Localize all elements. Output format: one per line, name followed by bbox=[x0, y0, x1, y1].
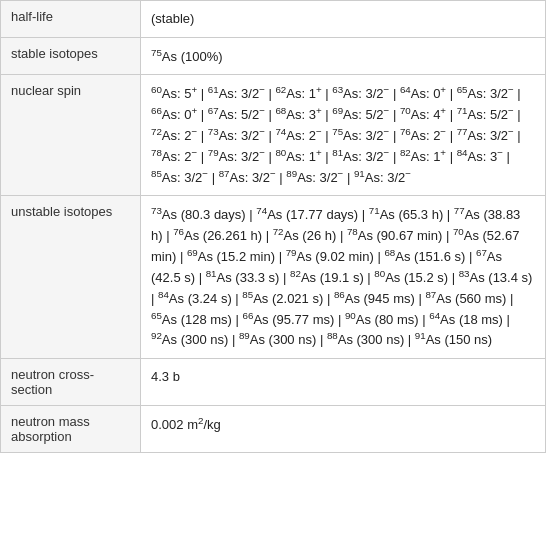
row-label: stable isotopes bbox=[1, 37, 141, 75]
properties-table: half-life(stable)stable isotopes75As (10… bbox=[0, 0, 546, 453]
row-value: 4.3 b bbox=[141, 359, 546, 406]
row-label: half-life bbox=[1, 1, 141, 38]
row-label: nuclear spin bbox=[1, 75, 141, 196]
row-label: unstable isotopes bbox=[1, 196, 141, 359]
row-value: 73As (80.3 days) | 74As (17.77 days) | 7… bbox=[141, 196, 546, 359]
table-row: stable isotopes75As (100%) bbox=[1, 37, 546, 75]
row-label: neutron cross-section bbox=[1, 359, 141, 406]
row-value: (stable) bbox=[141, 1, 546, 38]
row-value: 0.002 m2/kg bbox=[141, 406, 546, 453]
table-row: neutron mass absorption0.002 m2/kg bbox=[1, 406, 546, 453]
table-row: unstable isotopes73As (80.3 days) | 74As… bbox=[1, 196, 546, 359]
table-row: neutron cross-section4.3 b bbox=[1, 359, 546, 406]
table-row: nuclear spin60As: 5+ | 61As: 3/2− | 62As… bbox=[1, 75, 546, 196]
row-value: 60As: 5+ | 61As: 3/2− | 62As: 1+ | 63As:… bbox=[141, 75, 546, 196]
table-row: half-life(stable) bbox=[1, 1, 546, 38]
row-label: neutron mass absorption bbox=[1, 406, 141, 453]
row-value: 75As (100%) bbox=[141, 37, 546, 75]
